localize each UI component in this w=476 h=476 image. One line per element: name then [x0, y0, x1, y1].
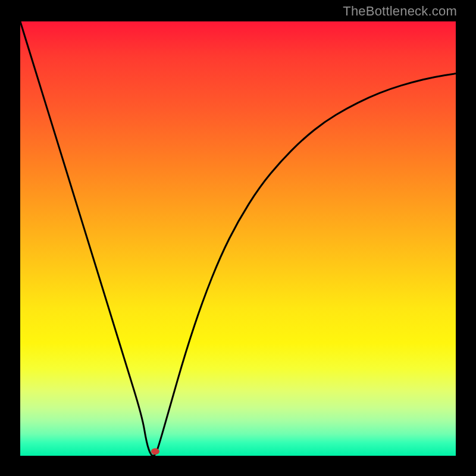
minimum-marker [151, 448, 159, 455]
chart-frame: TheBottleneck.com [0, 0, 476, 476]
curve-line [20, 21, 456, 456]
bottleneck-curve [20, 21, 456, 456]
watermark-text: TheBottleneck.com [343, 4, 457, 19]
plot-area [20, 21, 456, 456]
